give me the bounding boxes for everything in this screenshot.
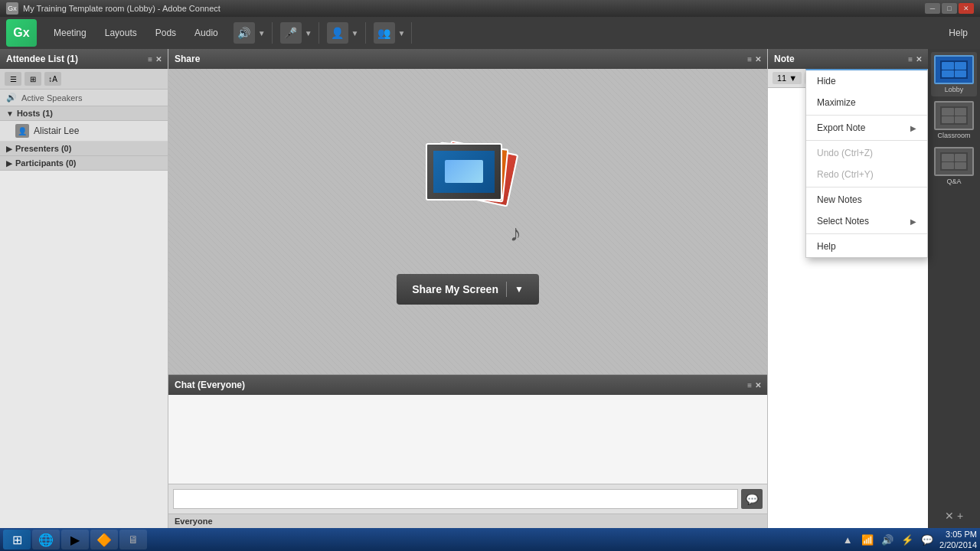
chat-header-icons[interactable]: ≡ ✕	[747, 381, 761, 390]
taskbar-media[interactable]: ▶	[61, 530, 89, 549]
mic-chevron[interactable]: ▼	[303, 29, 314, 37]
chat-panel-header: Chat (Everyone) ≡ ✕	[168, 375, 767, 395]
view-grid-btn[interactable]: ⊞	[24, 72, 41, 86]
screen-display	[433, 151, 495, 193]
dropdown-help[interactable]: Help	[806, 236, 927, 257]
alistair-name: Alistair Lee	[34, 126, 79, 136]
taskbar-volume-icon[interactable]: 🔊	[880, 532, 895, 547]
help-menu[interactable]: Help	[942, 24, 974, 41]
mini-block-5	[942, 108, 954, 116]
classroom-preview-inner	[940, 106, 968, 125]
note-menu-icon[interactable]: ≡	[908, 55, 913, 64]
camera-button[interactable]: 👤	[327, 22, 348, 44]
classroom-label: Classroom	[937, 132, 970, 139]
attendee-menu-icon[interactable]: ≡	[148, 55, 152, 64]
mini-block-9	[942, 154, 954, 161]
attendee-close-icon[interactable]: ✕	[155, 55, 162, 64]
chat-messages-area	[168, 395, 767, 484]
note-close-icon[interactable]: ✕	[916, 55, 922, 64]
dropdown-select-notes[interactable]: Select Notes ▶	[806, 210, 927, 232]
screen-glow	[445, 160, 483, 183]
dropdown-export-note[interactable]: Export Note ▶	[806, 117, 927, 139]
taskbar-vlc[interactable]: 🔶	[90, 530, 118, 549]
screen-share-illustration: PDF PPT ♪	[399, 139, 537, 262]
taskbar-right: ▲ 📶 🔊 ⚡ 💬 3:05 PM 2/20/2014	[840, 529, 977, 551]
sidebar-room-lobby[interactable]: Lobby	[931, 52, 977, 96]
chat-input[interactable]	[173, 489, 738, 509]
sidebar-room-classroom[interactable]: Classroom	[931, 98, 977, 142]
volume-button[interactable]: 🔊	[234, 22, 255, 44]
share-chevron[interactable]: ▼	[397, 29, 407, 37]
font-size-selector[interactable]: 11 ▼	[773, 72, 802, 84]
titlebar: Gx My Training Template room (Lobby) - A…	[0, 0, 980, 17]
share-menu-icon[interactable]: ≡	[747, 55, 752, 64]
chat-panel-title: Chat (Everyone)	[175, 380, 245, 390]
share-header-icons[interactable]: ≡ ✕	[747, 55, 761, 64]
qa-preview-inner	[940, 152, 968, 171]
share-dropdown-arrow[interactable]: ▼	[514, 284, 524, 295]
hosts-group: ▼ Hosts (1) 👤 Alistair Lee	[0, 106, 168, 142]
mini-block-1	[942, 62, 954, 70]
dropdown-maximize[interactable]: Maximize	[806, 92, 927, 113]
sidebar-collapse-btn[interactable]: ✕	[945, 510, 954, 522]
share-content-area: PDF PPT ♪ Share My Screen	[168, 69, 767, 374]
attendee-header-icons[interactable]: ≡ ✕	[148, 55, 162, 64]
minimize-button[interactable]: ─	[925, 3, 940, 14]
hosts-label: Hosts (1)	[17, 109, 53, 118]
dropdown-divider-4	[806, 233, 927, 234]
taskbar-chrome[interactable]: 🌐	[32, 530, 60, 549]
export-note-arrow: ▶	[910, 124, 916, 132]
sort-btn[interactable]: ↕A	[44, 72, 61, 86]
presenters-group-header[interactable]: ▶ Presenters (0)	[0, 142, 168, 156]
share-button[interactable]: 👥	[374, 22, 395, 44]
vlc-icon: 🔶	[96, 533, 112, 547]
share-panel-header: Share ≡ ✕	[168, 49, 767, 69]
hosts-expand-icon: ▼	[6, 109, 14, 118]
mini-block-7	[942, 116, 954, 124]
menu-pods[interactable]: Pods	[148, 24, 184, 41]
note-dropdown-menu: Hide Maximize Export Note ▶ Undo (Ctrl+Z…	[805, 69, 928, 258]
mini-block-4	[955, 70, 967, 78]
note-header-icons[interactable]: ≡ ✕	[908, 55, 922, 64]
taskbar-msg-icon[interactable]: 💬	[920, 532, 935, 547]
volume-chevron[interactable]: ▼	[256, 29, 267, 37]
mic-button[interactable]: 🎤	[280, 22, 302, 44]
mini-block-10	[955, 154, 967, 161]
dropdown-hide[interactable]: Hide	[806, 70, 927, 92]
share-my-screen-button[interactable]: Share My Screen ▼	[397, 274, 539, 305]
presenters-expand-icon: ▶	[6, 145, 12, 153]
camera-chevron[interactable]: ▼	[350, 29, 361, 37]
alistair-avatar: 👤	[15, 124, 29, 138]
chat-send-button[interactable]: 💬	[741, 489, 763, 509]
chat-close-icon[interactable]: ✕	[755, 381, 761, 390]
maximize-button[interactable]: □	[942, 3, 957, 14]
chat-menu-icon[interactable]: ≡	[747, 381, 752, 390]
window-controls[interactable]: ─ □ ✕	[925, 3, 974, 14]
main-area: Attendee List (1) ≡ ✕ ☰ ⊞ ↕A 🔊 Active Sp…	[0, 49, 980, 528]
close-button[interactable]: ✕	[959, 3, 974, 14]
qa-preview	[934, 147, 974, 176]
chat-everyone-label: Everyone	[175, 517, 213, 526]
start-button[interactable]: ⊞	[3, 530, 31, 549]
music-note-icon: ♪	[510, 220, 521, 246]
share-close-icon[interactable]: ✕	[755, 55, 761, 64]
window-title: My Training Template room (Lobby) - Adob…	[23, 4, 220, 13]
mini-block-6	[955, 108, 967, 116]
taskbar-app4[interactable]: 🖥	[119, 530, 147, 549]
sidebar-add-btn[interactable]: +	[957, 510, 963, 522]
taskbar-usb-icon[interactable]: ⚡	[900, 532, 915, 547]
lobby-label: Lobby	[945, 86, 964, 93]
windows-icon: ⊞	[12, 533, 22, 547]
taskbar-minimize-icon[interactable]: ▲	[840, 532, 855, 547]
participants-group-header[interactable]: ▶ Participants (0)	[0, 156, 168, 171]
dropdown-new-notes[interactable]: New Notes	[806, 189, 927, 210]
taskbar-network-icon[interactable]: 📶	[860, 532, 875, 547]
view-list-btn[interactable]: ☰	[5, 72, 21, 86]
sidebar-room-qa[interactable]: Q&A	[931, 144, 977, 188]
center-area: Share ≡ ✕ PDF PPT	[168, 49, 767, 528]
menu-audio[interactable]: Audio	[187, 24, 226, 41]
hosts-group-header[interactable]: ▼ Hosts (1)	[0, 106, 168, 121]
taskbar-time: 3:05 PM	[939, 529, 977, 540]
menu-meeting[interactable]: Meeting	[46, 24, 94, 41]
menu-layouts[interactable]: Layouts	[97, 24, 145, 41]
